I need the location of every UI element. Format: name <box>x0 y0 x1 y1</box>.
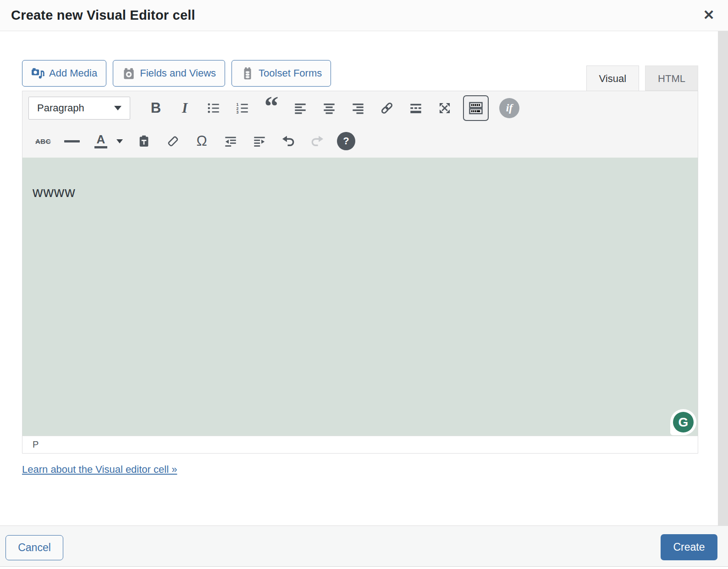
link-icon <box>380 101 394 115</box>
align-left-icon <box>294 102 307 115</box>
visual-editor: Paragraph B I 1 2 3 <box>22 91 698 454</box>
grammarly-icon: G <box>673 412 694 432</box>
strikethrough-button[interactable]: ABC <box>33 131 54 152</box>
toolbar-row-1: Paragraph B I 1 2 3 <box>22 91 698 125</box>
read-more-button[interactable] <box>405 98 426 119</box>
editor-mode-tabs: Visual HTML <box>22 66 698 91</box>
tab-visual[interactable]: Visual <box>586 66 640 91</box>
italic-button[interactable]: I <box>174 98 195 119</box>
cancel-button[interactable]: Cancel <box>6 535 63 560</box>
tab-html[interactable]: HTML <box>645 66 698 91</box>
close-icon[interactable]: ✕ <box>699 5 719 25</box>
numbered-list-icon: 1 2 3 <box>236 102 249 115</box>
italic-icon: I <box>182 100 188 116</box>
conditional-output-button[interactable]: if <box>499 98 519 118</box>
align-right-icon <box>352 102 364 115</box>
text-color-button[interactable]: A <box>90 131 111 152</box>
undo-icon <box>281 134 295 148</box>
bold-button[interactable]: B <box>145 98 166 119</box>
fullscreen-icon <box>438 102 451 115</box>
scrollbar[interactable] <box>718 31 728 526</box>
outdent-button[interactable] <box>220 131 241 152</box>
dialog-header: Create new Visual Editor cell ✕ <box>0 0 728 31</box>
paragraph-format-label: Paragraph <box>37 102 84 114</box>
indent-button[interactable] <box>249 131 270 152</box>
create-button[interactable]: Create <box>661 534 717 560</box>
outdent-icon <box>224 135 237 148</box>
editor-content-area[interactable]: wwww G <box>22 158 698 436</box>
text-color-icon: A <box>94 134 107 148</box>
help-button[interactable]: ? <box>336 131 357 152</box>
align-left-button[interactable] <box>290 98 311 119</box>
element-path[interactable]: P <box>33 439 39 450</box>
strikethrough-icon: ABC <box>35 137 51 145</box>
align-center-button[interactable] <box>319 98 340 119</box>
eraser-icon <box>166 135 179 148</box>
redo-icon <box>310 134 324 148</box>
special-character-button[interactable]: Ω <box>191 131 212 152</box>
undo-button[interactable] <box>278 131 299 152</box>
editor-text: wwww <box>33 184 76 200</box>
chevron-down-icon <box>114 106 121 110</box>
omega-icon: Ω <box>196 133 207 149</box>
text-color-dropdown-button[interactable] <box>114 131 126 152</box>
redo-button[interactable] <box>307 131 328 152</box>
fullscreen-button[interactable] <box>434 98 455 119</box>
link-button[interactable] <box>376 98 397 119</box>
conditional-output-icon: if <box>506 102 513 114</box>
chevron-down-icon <box>116 139 123 143</box>
paste-as-text-icon <box>138 135 150 148</box>
align-center-icon <box>323 102 336 115</box>
toolbar-row-2: ABC A <box>22 125 698 158</box>
clear-formatting-button[interactable] <box>162 131 183 152</box>
svg-text:3: 3 <box>237 110 239 115</box>
bold-icon: B <box>151 100 161 116</box>
help-icon: ? <box>337 132 355 150</box>
bulleted-list-button[interactable] <box>203 98 224 119</box>
bulleted-list-icon <box>207 102 220 115</box>
blockquote-icon: “ <box>265 101 279 115</box>
horizontal-rule-button[interactable] <box>61 131 83 152</box>
editor-statusbar: P <box>22 436 698 453</box>
indent-icon <box>253 135 266 148</box>
grammarly-badge[interactable]: G <box>670 409 696 435</box>
numbered-list-button[interactable]: 1 2 3 <box>232 98 253 119</box>
horizontal-rule-icon <box>64 140 80 142</box>
dialog-title: Create new Visual Editor cell <box>0 8 195 23</box>
dialog-footer: Cancel Create <box>0 525 728 567</box>
paragraph-format-select[interactable]: Paragraph <box>28 97 130 120</box>
blockquote-button[interactable]: “ <box>261 98 282 119</box>
read-more-icon <box>409 102 422 115</box>
toolbar-toggle-button[interactable] <box>463 95 489 121</box>
align-right-button[interactable] <box>347 98 369 119</box>
learn-about-link[interactable]: Learn about the Visual editor cell » <box>22 464 177 476</box>
paste-as-text-button[interactable] <box>133 131 154 152</box>
toolbar-toggle-icon <box>468 100 484 116</box>
